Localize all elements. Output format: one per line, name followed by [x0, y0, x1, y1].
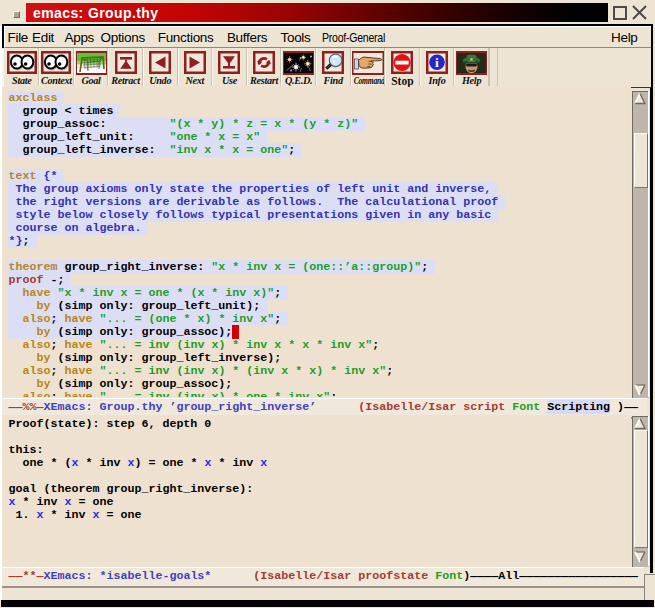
svg-text:i: i	[435, 55, 439, 70]
